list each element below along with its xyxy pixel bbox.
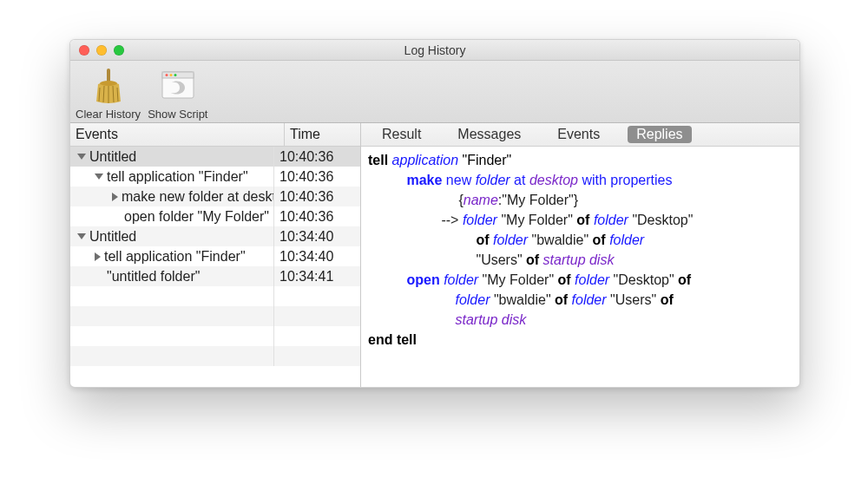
str-bwaldie: "bwaldie" [532, 232, 593, 247]
events-pane: Events Time Untitled10:40:36tell applica… [70, 123, 361, 387]
row-time [274, 346, 360, 366]
script-output[interactable]: tell application "Finder" make new folde… [361, 147, 799, 387]
class-folder-3: folder [594, 213, 628, 227]
tab-result[interactable]: Result [373, 126, 430, 143]
time-column-header[interactable]: Time [285, 123, 360, 146]
table-row[interactable]: Untitled10:40:36 [70, 147, 360, 167]
close-icon[interactable] [79, 45, 89, 56]
row-label: make new folder at desktop [122, 187, 274, 206]
str-finder: "Finder" [463, 153, 512, 167]
kw-of-8: of [661, 292, 674, 307]
window-title: Log History [70, 43, 799, 57]
row-time: 10:40:36 [274, 167, 360, 187]
table-row[interactable]: make new folder at desktop10:40:36 [70, 187, 360, 206]
chevron-right-icon[interactable] [112, 193, 118, 201]
class-folder-4: folder [493, 232, 528, 247]
table-row[interactable]: "untitled folder"10:34:41 [70, 266, 360, 286]
appword-with-properties: with properties [582, 173, 672, 187]
row-label: open folder "My Folder" [124, 206, 269, 226]
detail-tabs: Result Messages Events Replies [361, 123, 799, 147]
titlebar: Log History [70, 40, 799, 61]
broom-icon [87, 64, 130, 108]
table-row[interactable]: Untitled10:34:40 [70, 226, 360, 246]
events-tree[interactable]: Untitled10:40:36tell application "Finder… [70, 147, 360, 387]
table-row[interactable] [70, 306, 360, 326]
class-folder-5: folder [609, 232, 644, 247]
row-label: "untitled folder" [107, 266, 200, 286]
svg-point-6 [174, 74, 176, 76]
class-folder-7: folder [575, 272, 609, 287]
appword-application: application [392, 153, 459, 167]
prop-startup-disk: startup disk [543, 252, 615, 267]
str-users-2: "Users" [610, 292, 661, 307]
chevron-down-icon[interactable] [77, 154, 86, 160]
kw-of-5: of [558, 272, 571, 287]
tab-events[interactable]: Events [549, 126, 608, 143]
row-time: 10:40:36 [274, 206, 360, 226]
kw-end-tell: end tell [368, 332, 417, 347]
appword-at: at [514, 173, 529, 187]
column-headers: Events Time [70, 123, 360, 147]
row-time [274, 286, 360, 306]
row-time [274, 326, 360, 346]
log-history-window: Log History Clear History [69, 39, 800, 388]
class-folder-6: folder [444, 272, 478, 287]
table-row[interactable] [70, 326, 360, 346]
row-label: Untitled [89, 147, 136, 167]
table-row[interactable] [70, 286, 360, 306]
chevron-right-icon[interactable] [95, 252, 101, 261]
row-label: tell application "Finder" [104, 246, 246, 266]
row-time: 10:40:36 [274, 187, 360, 206]
minimize-icon[interactable] [96, 45, 107, 56]
str-desktop: "Desktop" [632, 213, 693, 227]
class-folder-9: folder [572, 292, 607, 307]
kw-of-3: of [593, 232, 606, 247]
tab-replies[interactable]: Replies [628, 126, 691, 143]
appword-new: new [446, 173, 476, 187]
table-row[interactable]: tell application "Finder"10:34:40 [70, 246, 360, 266]
show-script-label: Show Script [148, 108, 207, 121]
row-time [274, 306, 360, 326]
toolbar: Clear History Show Script [70, 61, 799, 123]
kw-of-7: of [555, 292, 568, 307]
str-desktop-2: "Desktop" [614, 272, 679, 287]
str-myfolder: "My Folder" [501, 213, 576, 227]
table-row[interactable] [70, 346, 360, 366]
show-script-button[interactable]: Show Script [148, 64, 207, 121]
class-folder: folder [476, 173, 510, 187]
content-split: Events Time Untitled10:40:36tell applica… [70, 123, 799, 387]
row-time: 10:40:36 [274, 147, 360, 167]
kw-of-2: of [476, 232, 489, 247]
row-time: 10:34:40 [274, 246, 360, 266]
events-column-header[interactable]: Events [70, 123, 285, 146]
row-time: 10:34:41 [274, 266, 360, 286]
svg-rect-0 [107, 69, 110, 82]
svg-point-1 [100, 81, 117, 86]
kw-of-4: of [526, 252, 539, 267]
zoom-icon[interactable] [114, 45, 124, 56]
colon-myfolder: :"My Folder"} [498, 193, 578, 207]
row-label: Untitled [89, 226, 136, 246]
prop-startup-disk-2: startup disk [455, 312, 526, 327]
class-folder-2: folder [463, 213, 497, 227]
clear-history-button[interactable]: Clear History [76, 64, 141, 121]
cmd-open: open [406, 272, 439, 287]
clear-history-label: Clear History [76, 108, 141, 121]
row-time: 10:34:40 [274, 226, 360, 246]
kw-tell: tell [368, 153, 388, 167]
script-window-icon [156, 64, 200, 108]
chevron-down-icon[interactable] [77, 233, 86, 239]
class-folder-8: folder [455, 292, 490, 307]
kw-of-6: of [678, 272, 691, 287]
prop-desktop: desktop [529, 173, 578, 187]
table-row[interactable]: tell application "Finder"10:40:36 [70, 167, 360, 187]
str-myfolder-2: "My Folder" [483, 272, 558, 287]
kw-of-1: of [576, 213, 589, 227]
table-row[interactable]: open folder "My Folder"10:40:36 [70, 206, 360, 226]
window-controls [70, 45, 124, 56]
tab-messages[interactable]: Messages [449, 126, 529, 143]
str-users: "Users" [476, 252, 526, 267]
detail-pane: Result Messages Events Replies tell appl… [361, 123, 799, 387]
prop-name: name [464, 193, 498, 207]
chevron-down-icon[interactable] [95, 173, 103, 180]
